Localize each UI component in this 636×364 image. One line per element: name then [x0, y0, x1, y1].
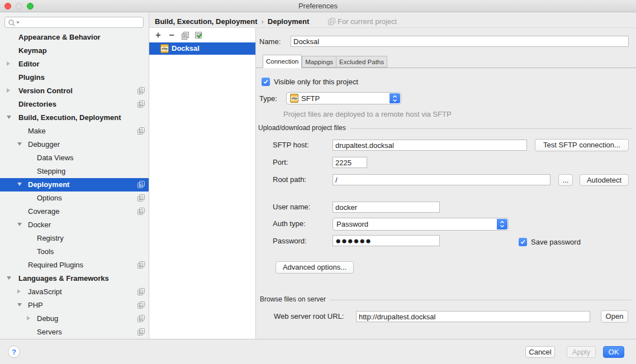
- help-button[interactable]: ?: [8, 346, 20, 358]
- sidebar-item-label: Appearance & Behavior: [0, 31, 149, 44]
- apply-button[interactable]: Apply: [567, 346, 596, 358]
- sidebar-item-debugger[interactable]: Debugger: [0, 138, 149, 151]
- copy-server-button[interactable]: [179, 30, 191, 41]
- sidebar-item-keymap[interactable]: Keymap: [0, 44, 149, 58]
- cancel-button[interactable]: Cancel: [525, 346, 555, 358]
- per-project-icon: [137, 288, 145, 295]
- sidebar-item-label: Debugger: [0, 138, 149, 151]
- autodetect-button[interactable]: Autodetect: [580, 174, 629, 186]
- breadcrumb-header: Build, Execution, Deployment›Deployment …: [149, 12, 636, 28]
- section-divider: [330, 300, 632, 300]
- select-stepper-icon: [390, 93, 400, 103]
- visible-only-checkbox[interactable]: [262, 78, 270, 86]
- sidebar-item-label: Registry: [0, 232, 149, 245]
- collapse-arrow-icon[interactable]: [7, 116, 11, 119]
- password-input[interactable]: [333, 235, 440, 246]
- use-as-default-button[interactable]: [193, 30, 204, 41]
- sidebar-item-debug[interactable]: Debug: [0, 312, 149, 325]
- per-project-icon: [137, 261, 145, 269]
- test-sftp-connection-button[interactable]: Test SFTP connection...: [535, 139, 629, 151]
- sidebar-item-editor[interactable]: Editor: [0, 58, 149, 71]
- server-list-panel: + − sftp: [149, 28, 256, 339]
- root-path-input[interactable]: [333, 174, 550, 185]
- select-stepper-icon: [497, 219, 507, 229]
- sidebar-item-languages-frameworks[interactable]: Languages & Frameworks: [0, 272, 149, 285]
- remove-server-button[interactable]: −: [166, 30, 177, 41]
- server-list-item-docksal[interactable]: sftp Docksal: [149, 42, 255, 55]
- sidebar-item-label: Docker: [0, 218, 149, 232]
- sidebar-item-label: Version Control: [0, 84, 149, 98]
- sidebar-item-javascript[interactable]: JavaScript: [0, 285, 149, 299]
- add-server-button[interactable]: +: [153, 30, 164, 41]
- type-select[interactable]: sftp SFTP: [286, 92, 401, 104]
- collapse-arrow-icon[interactable]: [17, 223, 22, 226]
- sidebar-item-label: Directories: [0, 98, 149, 111]
- sidebar-item-label: Deployment: [0, 178, 149, 191]
- expand-arrow-icon[interactable]: [7, 61, 10, 66]
- sidebar-item-label: Languages & Frameworks: [0, 272, 149, 285]
- port-input[interactable]: [333, 157, 367, 168]
- breadcrumb-separator: ›: [257, 17, 267, 26]
- auth-type-select[interactable]: Password: [333, 218, 509, 231]
- sidebar-item-appearance-behavior[interactable]: Appearance & Behavior: [0, 31, 149, 44]
- window-title: Preferences: [0, 0, 636, 12]
- sidebar-item-data-views[interactable]: Data Views: [0, 151, 149, 165]
- sidebar-item-php[interactable]: PHP: [0, 299, 149, 312]
- ok-button[interactable]: OK: [603, 346, 624, 358]
- sidebar-item-directories[interactable]: Directories: [0, 98, 149, 111]
- collapse-arrow-icon[interactable]: [17, 303, 22, 306]
- sidebar-item-deployment[interactable]: Deployment: [0, 178, 149, 191]
- tab-mappings[interactable]: Mappings: [302, 56, 336, 68]
- scope-label: For current project: [328, 16, 397, 27]
- sidebar-item-label: Make: [0, 124, 149, 138]
- sidebar-item-stepping[interactable]: Stepping: [0, 165, 149, 178]
- settings-search-input[interactable]: [4, 17, 144, 28]
- sidebar-item-required-plugins[interactable]: Required Plugins: [0, 258, 149, 272]
- sidebar-item-version-control[interactable]: Version Control: [0, 84, 149, 98]
- per-project-icon: [137, 315, 145, 322]
- web-root-input[interactable]: [356, 311, 590, 322]
- deployment-settings-panel: Name: Connection Mappings Excluded Paths…: [256, 28, 636, 339]
- name-input[interactable]: [291, 36, 629, 47]
- open-button[interactable]: Open: [601, 310, 628, 323]
- sidebar-item-make[interactable]: Make: [0, 124, 149, 138]
- sidebar-item-label: Stepping: [0, 165, 149, 178]
- sidebar-item-options[interactable]: Options: [0, 191, 149, 205]
- sidebar-item-plugins[interactable]: Plugins: [0, 71, 149, 84]
- collapse-arrow-icon[interactable]: [7, 276, 11, 280]
- tab-excluded-paths[interactable]: Excluded Paths: [336, 56, 387, 68]
- sidebar-item-label: Options: [0, 191, 149, 205]
- titlebar[interactable]: Preferences: [0, 0, 636, 12]
- sidebar-item-tools[interactable]: Tools: [0, 245, 149, 258]
- sftp-file-icon: sftp: [160, 44, 169, 53]
- advanced-options-button[interactable]: Advanced options...: [276, 261, 354, 274]
- save-password-label: Save password: [531, 238, 581, 247]
- check-icon: [263, 79, 269, 85]
- sftp-host-input[interactable]: [333, 140, 527, 151]
- name-label: Name:: [259, 36, 281, 47]
- collapse-arrow-icon[interactable]: [17, 183, 22, 186]
- sidebar-item-servers[interactable]: Servers: [0, 325, 149, 339]
- sidebar-item-build-execution-deployment[interactable]: Build, Execution, Deployment: [0, 111, 149, 124]
- expand-arrow-icon[interactable]: [27, 316, 30, 320]
- sidebar-item-docker[interactable]: Docker: [0, 218, 149, 232]
- save-password-checkbox[interactable]: [519, 238, 527, 246]
- expand-arrow-icon[interactable]: [17, 289, 21, 294]
- browse-root-path-button[interactable]: ...: [558, 174, 573, 186]
- user-name-input[interactable]: [333, 202, 440, 213]
- port-label: Port:: [273, 157, 288, 168]
- auth-type-label: Auth type:: [273, 218, 306, 229]
- breadcrumb-parent[interactable]: Build, Execution, Deployment: [155, 17, 257, 26]
- sidebar-item-label: Servers: [0, 325, 149, 339]
- collapse-arrow-icon[interactable]: [17, 142, 22, 146]
- per-project-icon: [137, 208, 145, 215]
- tab-connection[interactable]: Connection: [263, 55, 302, 68]
- sidebar-item-registry[interactable]: Registry: [0, 232, 149, 245]
- expand-arrow-icon[interactable]: [7, 88, 10, 93]
- per-project-icon: [137, 181, 145, 188]
- per-project-icon: [137, 328, 145, 336]
- breadcrumb: Build, Execution, Deployment›Deployment: [155, 16, 309, 27]
- sidebar-item-coverage[interactable]: Coverage: [0, 205, 149, 218]
- upload-section-header: Upload/download project files: [258, 124, 632, 132]
- root-path-label: Root path:: [273, 174, 306, 185]
